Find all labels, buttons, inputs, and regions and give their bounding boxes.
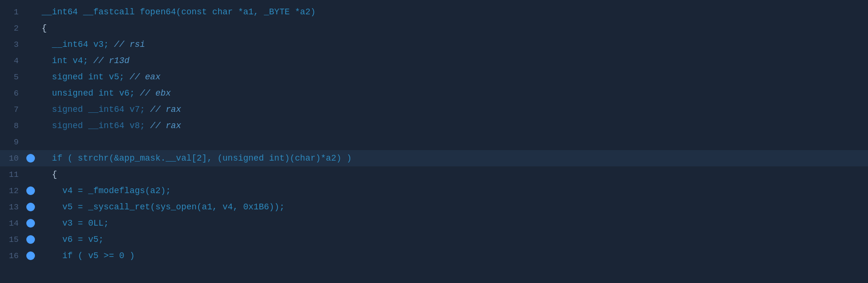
code-content: signed int v5; // eax — [38, 69, 160, 85]
breakpoint-dot[interactable] — [26, 251, 35, 260]
no-breakpoint — [26, 121, 35, 130]
line-number: 15 — [0, 235, 26, 244]
code-content: v5 = _syscall_ret(sys_open(a1, v4, 0x1B6… — [38, 199, 285, 215]
code-line: 10 if ( strchr(&app_mask.__val[2], (unsi… — [0, 150, 868, 166]
line-number: 2 — [0, 24, 26, 33]
line-number: 14 — [0, 219, 26, 228]
line-number: 3 — [0, 40, 26, 49]
line-number: 1 — [0, 8, 26, 17]
breakpoint-dot[interactable] — [26, 203, 35, 211]
code-line: 2{ — [0, 20, 868, 36]
code-line: 12 v4 = _fmodeflags(a2); — [0, 183, 868, 199]
no-breakpoint — [26, 56, 35, 65]
code-content: v6 = v5; — [38, 231, 104, 248]
code-line: 5 signed int v5; // eax — [0, 69, 868, 85]
code-content: { — [38, 166, 57, 183]
line-number: 8 — [0, 121, 26, 131]
code-content: __int64 v3; // rsi — [38, 36, 145, 53]
code-line: 6 unsigned int v6; // ebx — [0, 85, 868, 101]
code-line: 3 __int64 v3; // rsi — [0, 36, 868, 53]
code-editor: 1__int64 __fastcall fopen64(const char *… — [0, 0, 868, 283]
code-line: 16 if ( v5 >= 0 ) — [0, 248, 868, 264]
code-line: 4 int v4; // r13d — [0, 53, 868, 69]
code-content: signed __int64 v7; // rax — [38, 101, 181, 118]
code-line: 8 signed __int64 v8; // rax — [0, 118, 868, 134]
breakpoint-dot[interactable] — [26, 154, 35, 163]
no-breakpoint — [26, 89, 35, 98]
code-line: 13 v5 = _syscall_ret(sys_open(a1, v4, 0x… — [0, 199, 868, 215]
code-line: 1__int64 __fastcall fopen64(const char *… — [0, 4, 868, 20]
code-line: 7 signed __int64 v7; // rax — [0, 101, 868, 118]
breakpoint-dot[interactable] — [26, 235, 35, 244]
no-breakpoint — [26, 138, 35, 146]
line-number: 6 — [0, 89, 26, 98]
code-content: __int64 __fastcall fopen64(const char *a… — [38, 4, 316, 20]
code-line: 9 — [0, 134, 868, 150]
code-content: signed __int64 v8; // rax — [38, 118, 181, 134]
no-breakpoint — [26, 40, 35, 49]
line-number: 11 — [0, 170, 26, 179]
code-content: if ( v5 >= 0 ) — [38, 248, 134, 264]
code-content: { — [38, 20, 47, 36]
code-content: if ( strchr(&app_mask.__val[2], (unsigne… — [38, 150, 352, 166]
code-line: 14 v3 = 0LL; — [0, 215, 868, 231]
line-number: 12 — [0, 186, 26, 196]
code-content: v3 = 0LL; — [38, 215, 109, 231]
line-number: 4 — [0, 56, 26, 65]
line-number: 9 — [0, 138, 26, 147]
code-line: 11 { — [0, 166, 868, 183]
no-breakpoint — [26, 24, 35, 33]
breakpoint-dot[interactable] — [26, 186, 35, 195]
breakpoint-dot[interactable] — [26, 219, 35, 228]
line-number: 16 — [0, 251, 26, 261]
code-content: v4 = _fmodeflags(a2); — [38, 183, 171, 199]
code-content: unsigned int v6; // ebx — [38, 85, 171, 101]
no-breakpoint — [26, 105, 35, 114]
line-number: 7 — [0, 105, 26, 114]
no-breakpoint — [26, 170, 35, 179]
line-number: 5 — [0, 73, 26, 82]
line-number: 10 — [0, 154, 26, 163]
line-number: 13 — [0, 203, 26, 212]
no-breakpoint — [26, 73, 35, 81]
no-breakpoint — [26, 8, 35, 16]
code-line: 15 v6 = v5; — [0, 231, 868, 248]
code-content: int v4; // r13d — [38, 53, 130, 69]
